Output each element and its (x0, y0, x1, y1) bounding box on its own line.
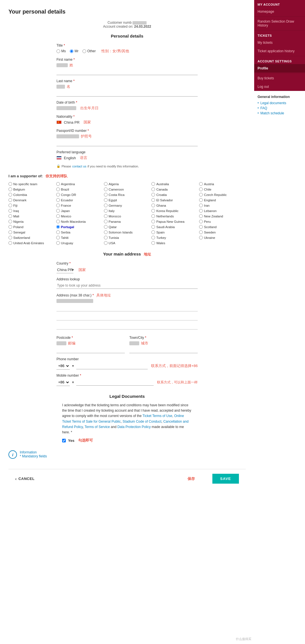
last-name-input[interactable] (56, 90, 198, 97)
team-fiji[interactable]: Fiji (8, 204, 55, 207)
team-congoDR[interactable]: Congo DR (56, 193, 103, 197)
address-lookup-input[interactable] (56, 282, 198, 289)
sidebar-faq-link[interactable]: FAQ (258, 106, 302, 110)
team-papuanewguinea[interactable]: Papua New Guinea (151, 220, 198, 223)
contact-link[interactable]: contact us (72, 165, 86, 168)
team-brazil[interactable]: Brazil (56, 187, 103, 191)
team-germany[interactable]: Germany (104, 204, 151, 207)
team-poland[interactable]: Poland (8, 225, 55, 229)
team-australia[interactable]: Australia (151, 182, 198, 186)
team-portugal[interactable]: Portugal (56, 225, 103, 229)
team-morocco[interactable]: Morocco (104, 214, 151, 218)
team-northmacedonia[interactable]: North Macedonia (56, 220, 103, 223)
team-korearepublic[interactable]: Korea Republic (151, 209, 198, 213)
sidebar-legal-link[interactable]: Legal documents (258, 101, 302, 105)
team-argentina[interactable]: Argentina (56, 182, 103, 186)
mobile-input[interactable] (76, 379, 154, 386)
team-france[interactable]: France (56, 204, 103, 207)
title-mr-radio[interactable] (70, 49, 73, 53)
first-name-input[interactable] (56, 68, 198, 75)
phone-prefix-select[interactable]: +86 (56, 362, 70, 370)
country-select[interactable]: China PR (56, 267, 73, 273)
postcode-input[interactable] (56, 346, 125, 353)
team-peru[interactable]: Peru (199, 220, 246, 223)
team-iraq[interactable]: Iraq (8, 209, 55, 213)
sidebar-item-profile[interactable]: Profile (254, 64, 305, 73)
team-turkey[interactable]: Turkey (151, 236, 198, 239)
team-scotland[interactable]: Scotland (199, 225, 246, 229)
team-egypt[interactable]: Egypt (104, 198, 151, 202)
ticket-terms-link[interactable]: Ticket Terms of Use (143, 414, 172, 418)
team-ghana[interactable]: Ghana (151, 204, 198, 207)
team-netherlands[interactable]: Netherlands (151, 214, 198, 218)
title-other-option[interactable]: Other (82, 49, 96, 53)
team-costarica[interactable]: Costa Rica (104, 193, 151, 197)
team-nigeria[interactable]: Nigeria (8, 220, 55, 223)
team-austria[interactable]: Austria (199, 182, 246, 186)
sidebar-item-ticket-history[interactable]: Ticket application history (254, 47, 305, 55)
last-name-placeholder (56, 85, 65, 89)
mobile-prefix-select[interactable]: +86 (56, 379, 70, 386)
team-belgium[interactable]: Belgium (8, 187, 55, 191)
team-denmark[interactable]: Denmark (8, 198, 55, 202)
team-chile[interactable]: Chile (199, 187, 246, 191)
terms-service-link[interactable]: Terms of Service (85, 425, 110, 429)
title-other-radio[interactable] (82, 49, 86, 53)
team-mexico[interactable]: Mexico (56, 214, 103, 218)
title-ms-radio[interactable] (56, 49, 60, 53)
address-form: Country * China PR ▼ 国家 Address lookup (56, 261, 198, 386)
team-cameroon[interactable]: Cameroon (104, 187, 151, 191)
legal-checkbox[interactable] (62, 439, 66, 442)
team-czechrepublic[interactable]: Czech Republic (199, 193, 246, 197)
team-england[interactable]: England (199, 198, 246, 202)
team-panama[interactable]: Panama (104, 220, 151, 223)
team-iran[interactable]: Iran (199, 204, 246, 207)
team-newzealand[interactable]: New Zealand (199, 214, 246, 218)
address-line2-input[interactable] (56, 314, 198, 320)
phone-input[interactable] (76, 363, 148, 369)
team-tunisia[interactable]: Tunisia (104, 236, 151, 239)
team-qatar[interactable]: Qatar (104, 225, 151, 229)
team-serbia[interactable]: Serbia (56, 230, 103, 234)
cancel-button[interactable]: ‹ CANCEL (15, 477, 34, 481)
team-algeria[interactable]: Algeria (104, 182, 151, 186)
team-no-specific[interactable]: No specific team (8, 182, 55, 186)
team-sweden[interactable]: Sweden (199, 230, 246, 234)
team-japan[interactable]: Japan (56, 209, 103, 213)
team-usa[interactable]: USA (104, 241, 151, 245)
sidebar-item-buy-tickets[interactable]: Buy tickets (254, 74, 305, 82)
team-lebanon[interactable]: Lebanon (199, 209, 246, 213)
team-mali[interactable]: Mali (8, 214, 55, 218)
sidebar-item-homepage[interactable]: Homepage (254, 7, 305, 16)
team-tahiti[interactable]: Tahiti (56, 236, 103, 239)
save-button[interactable]: SAVE (212, 474, 239, 484)
title-mr-option[interactable]: Mr (70, 49, 79, 53)
sidebar-item-random-draw[interactable]: Random Selection Draw History (254, 17, 305, 30)
team-wales[interactable]: Wales (151, 241, 198, 245)
team-solomonislands[interactable]: Solomon Islands (104, 230, 151, 234)
team-saudiarabia[interactable]: Saudi Arabia (151, 225, 198, 229)
team-spain[interactable]: Spain (151, 230, 198, 234)
sidebar-item-my-tickets[interactable]: My tickets (254, 38, 305, 47)
team-elsalvador[interactable]: El Salvador (151, 198, 198, 202)
stadium-code-link[interactable]: Stadium Code of Conduct (123, 420, 161, 423)
team-croatia[interactable]: Croatia (151, 193, 198, 197)
team-ukraine[interactable]: Ukraine (199, 236, 246, 239)
team-uruguay[interactable]: Uruguay (56, 241, 103, 245)
team-colombia[interactable]: Colombia (8, 193, 55, 197)
teams-grid: No specific team Argentina Algeria Austr… (8, 182, 246, 245)
address-line1-input[interactable] (56, 305, 198, 311)
sidebar-schedule-link[interactable]: Match schedule (258, 111, 302, 115)
data-protection-link[interactable]: Data Protection Policy (117, 425, 151, 429)
sidebar-item-logout[interactable]: Log out (254, 82, 305, 91)
team-canada[interactable]: Canada (151, 187, 198, 191)
passport-input[interactable] (56, 139, 198, 146)
address-line3-input[interactable] (56, 323, 198, 329)
title-ms-option[interactable]: Ms (56, 49, 66, 53)
team-ecuador[interactable]: Ecuador (56, 198, 103, 202)
team-uae[interactable]: United Arab Emirates (8, 241, 55, 245)
team-italy[interactable]: Italy (104, 209, 151, 213)
team-switzerland[interactable]: Switzerland (8, 236, 55, 239)
team-senegal[interactable]: Senegal (8, 230, 55, 234)
city-input[interactable] (129, 346, 198, 353)
